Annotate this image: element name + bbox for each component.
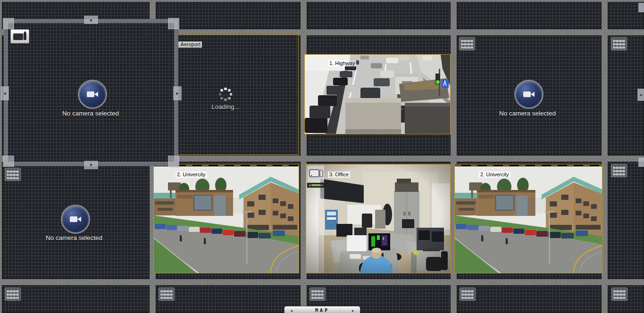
frame-corner-handle[interactable] <box>3 156 14 167</box>
cell-layout-icon <box>159 288 175 301</box>
cell-layout-icon <box>611 164 627 177</box>
cell-layout-icon <box>611 37 627 50</box>
map-cell[interactable] <box>2 285 150 313</box>
camera-label-univercity-left: 2. Univercity <box>176 172 207 178</box>
cell-layout-icon <box>459 37 475 50</box>
surveillance-map-stage: 0. Aeroport Loading... <box>0 0 644 313</box>
cell-layout-icon <box>5 288 21 301</box>
video-camera-icon <box>86 90 99 99</box>
pan-left-arrow[interactable]: ◄ <box>0 86 9 100</box>
cell-layout-icon <box>611 288 627 301</box>
edge-frame-handle[interactable] <box>638 157 644 167</box>
frame-corner-handle[interactable] <box>168 156 179 167</box>
camera-label-highway: 1. Highway <box>328 60 356 66</box>
univercity-scene <box>154 165 299 273</box>
cell-layout-icon <box>309 288 326 301</box>
stream-quality-bar: ◄ <box>307 183 324 188</box>
cell-layout-icon <box>5 168 21 181</box>
map-cell[interactable] <box>307 2 451 29</box>
loading-indicator: Loading... <box>208 87 243 110</box>
map-cell[interactable] <box>156 285 301 313</box>
map-cell[interactable] <box>457 2 602 29</box>
video-camera-icon <box>523 90 535 99</box>
map-cell[interactable] <box>608 162 644 279</box>
quality-arrow-icon: ◄ <box>308 184 311 187</box>
no-camera-message: No camera selected <box>476 110 579 117</box>
no-camera-message: No camera selected <box>22 234 126 241</box>
camera-view-highway[interactable] <box>304 54 451 134</box>
camera-placeholder-button[interactable] <box>514 80 544 109</box>
no-camera-message: No camera selected <box>39 110 142 117</box>
map-panel-toggle[interactable]: ▲ MAP ▲ <box>284 306 360 313</box>
edge-frame-handle[interactable] <box>638 3 644 12</box>
expand-up-icon: ▲ <box>351 309 354 312</box>
loading-spinner-icon <box>218 87 233 101</box>
highway-scene <box>305 55 450 134</box>
pan-up-arrow[interactable]: ▲ <box>84 16 98 24</box>
frame-corner-handle[interactable] <box>3 18 14 29</box>
map-panel-label: MAP <box>315 308 329 313</box>
assigned-camera-icon <box>10 29 29 43</box>
camera-view-office[interactable] <box>306 164 451 273</box>
frame-corner-handle[interactable] <box>168 18 179 29</box>
camera-label-univercity-right: 2. Univercity <box>479 172 510 178</box>
office-scene <box>306 165 450 273</box>
edge-pan-left-arrow[interactable]: ◄ <box>637 89 644 101</box>
quality-fill <box>311 184 320 186</box>
monitor-icon <box>308 166 324 181</box>
camera-view-univercity-right[interactable] <box>454 164 602 273</box>
camera-placeholder-button[interactable] <box>78 80 107 109</box>
pan-down-arrow[interactable]: ▼ <box>84 161 98 169</box>
map-cell[interactable] <box>457 285 602 313</box>
camera-placeholder-button[interactable] <box>61 205 90 234</box>
loading-text: Loading... <box>211 103 239 110</box>
camera-view-univercity-left[interactable] <box>153 164 299 273</box>
camera-label-office: 3. Office <box>328 172 350 178</box>
pan-right-arrow[interactable]: ► <box>173 86 182 100</box>
cell-layout-icon <box>460 288 476 301</box>
video-camera-icon <box>69 215 82 223</box>
univercity-scene <box>455 165 602 273</box>
expand-up-icon: ▲ <box>290 309 293 312</box>
video-letterbox-strip <box>455 165 602 166</box>
